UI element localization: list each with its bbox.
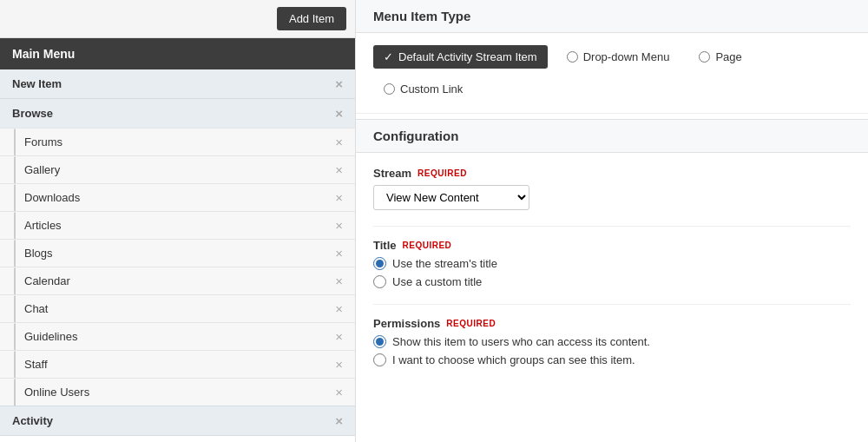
left-panel: Add Item Main Menu New Item × Browse × F… (0, 0, 356, 442)
choose-groups-radio[interactable] (373, 353, 386, 366)
online-users-close-icon[interactable]: × (335, 385, 343, 399)
articles-close-icon[interactable]: × (335, 218, 343, 233)
permissions-radio-all[interactable]: Show this item to users who can access i… (373, 335, 851, 348)
custom-link-radio[interactable] (384, 83, 395, 95)
new-item-close-icon[interactable]: × (335, 77, 343, 90)
type-option-default-activity[interactable]: ✓ Default Activity Stream Item (373, 45, 548, 69)
chat-close-icon[interactable]: × (335, 301, 343, 316)
list-item[interactable]: Forums × (0, 128, 355, 155)
list-item[interactable]: Chat × (0, 294, 355, 322)
permissions-field-group: Permissions REQUIRED Show this item to u… (373, 317, 851, 366)
blogs-close-icon[interactable]: × (335, 246, 343, 261)
list-item[interactable]: Guidelines × (0, 322, 355, 350)
show-to-all-radio[interactable] (373, 335, 386, 348)
right-panel: Menu Item Type ✓ Default Activity Stream… (356, 0, 868, 442)
type-option-dropdown-menu[interactable]: Drop-down Menu (556, 45, 681, 69)
configuration-body: Stream REQUIRED View New Content Title R… (356, 153, 868, 396)
add-item-button[interactable]: Add Item (277, 7, 346, 30)
browse-group: Browse × Forums × Gallery × Downloads × … (0, 99, 355, 406)
menu-item-type-header: Menu Item Type (356, 0, 868, 33)
browse-label: Browse (12, 107, 53, 120)
list-item[interactable]: Downloads × (0, 183, 355, 211)
forums-close-icon[interactable]: × (335, 135, 343, 149)
staff-close-icon[interactable]: × (335, 357, 343, 372)
title-radio-custom[interactable]: Use a custom title (373, 275, 851, 288)
list-item[interactable]: Gallery × (0, 155, 355, 183)
activity-group-header[interactable]: Activity × (0, 406, 355, 435)
browse-group-header[interactable]: Browse × (0, 99, 355, 128)
page-radio[interactable] (699, 51, 710, 63)
calendar-close-icon[interactable]: × (335, 274, 343, 288)
title-required-badge: REQUIRED (403, 241, 452, 250)
new-item-label: New Item (12, 77, 62, 90)
gallery-close-icon[interactable]: × (335, 162, 343, 177)
new-item-group-header[interactable]: New Item × (0, 69, 355, 98)
add-item-btn-row: Add Item (0, 0, 355, 38)
check-icon: ✓ (384, 50, 393, 63)
stream-field-group: Stream REQUIRED View New Content (373, 167, 851, 210)
use-stream-title-radio[interactable] (373, 257, 386, 270)
title-field-group: Title REQUIRED Use the stream's title Us… (373, 239, 851, 288)
permissions-radio-groups[interactable]: I want to choose which groups can see th… (373, 353, 851, 366)
title-field-label: Title REQUIRED (373, 239, 851, 252)
downloads-close-icon[interactable]: × (335, 190, 343, 205)
dropdown-menu-radio[interactable] (567, 51, 578, 63)
type-option-page[interactable]: Page (688, 45, 752, 69)
list-item[interactable]: Online Users × (0, 378, 355, 406)
type-option-custom-link[interactable]: Custom Link (373, 77, 473, 101)
configuration-header: Configuration (356, 119, 868, 153)
list-item[interactable]: Blogs × (0, 239, 355, 267)
list-item[interactable]: Articles × (0, 211, 355, 239)
list-item[interactable]: Staff × (0, 350, 355, 378)
title-radio-streams[interactable]: Use the stream's title (373, 257, 851, 270)
new-item-group: New Item × (0, 69, 355, 99)
activity-label: Activity (12, 414, 53, 427)
main-menu-header: Main Menu (0, 38, 355, 69)
menu-type-options: ✓ Default Activity Stream Item Drop-down… (356, 33, 868, 114)
use-custom-title-radio[interactable] (373, 275, 386, 288)
browse-close-icon[interactable]: × (335, 107, 343, 120)
stream-field-label: Stream REQUIRED (373, 167, 851, 180)
permissions-required-badge: REQUIRED (446, 319, 496, 328)
activity-group: Activity × (0, 406, 355, 436)
list-item[interactable]: Calendar × (0, 267, 355, 294)
stream-select[interactable]: View New Content (373, 185, 529, 210)
guidelines-close-icon[interactable]: × (335, 329, 343, 344)
activity-close-icon[interactable]: × (335, 414, 343, 427)
permissions-field-label: Permissions REQUIRED (373, 317, 851, 330)
stream-required-badge: REQUIRED (418, 168, 467, 178)
